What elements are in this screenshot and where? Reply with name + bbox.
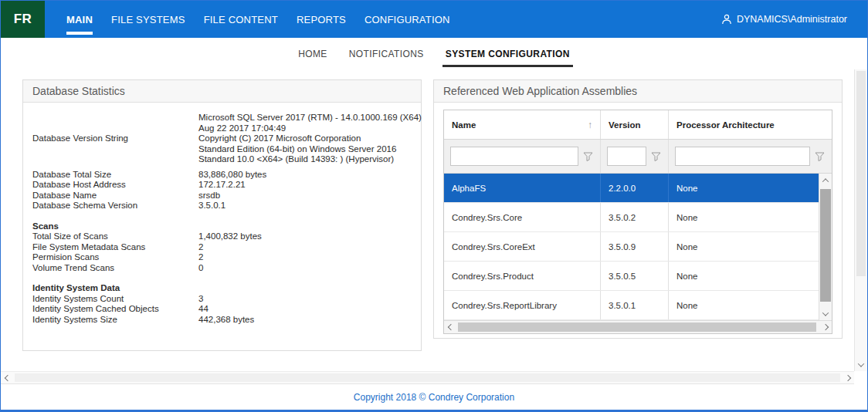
table-horizontal-scrollbar[interactable]: [444, 320, 832, 333]
cell-name: Condrey.Srs.Core: [444, 203, 601, 231]
page-vertical-scrollbar[interactable]: [854, 69, 867, 371]
stat-label: Database Total Size: [32, 170, 198, 181]
arch-filter-input[interactable]: [675, 147, 810, 166]
column-header-version[interactable]: Version: [601, 110, 669, 139]
content-area: Database Statistics Database Version Str…: [1, 69, 867, 371]
column-header-version-label: Version: [609, 120, 641, 130]
top-nav-reports[interactable]: REPORTS: [297, 1, 346, 38]
stat-label: Database Version String: [32, 133, 198, 144]
stat-value: 3: [198, 294, 412, 305]
stat-label: Database Host Address: [32, 180, 198, 191]
stat-value-version-lines: Microsoft SQL Server 2017 (RTM) - 14.0.1…: [198, 113, 422, 165]
cell-arch: None: [669, 174, 819, 202]
top-nav-file-content[interactable]: FILE CONTENT: [204, 1, 278, 38]
panel-title-assemblies: Referenced Web Application Assemblies: [434, 80, 842, 103]
stat-row: Database Total Size 83,886,080 bytes: [32, 170, 412, 181]
stat-label: Identity System Cached Objects: [32, 304, 198, 315]
table-row-reportlibrary[interactable]: Condrey.Srs.ReportLibrary 3.5.0.1 None: [444, 291, 819, 320]
stat-row: Total Size of Scans 1,400,832 bytes: [32, 231, 412, 242]
top-bar: FR MAIN FILE SYSTEMS FILE CONTENT REPORT…: [1, 1, 867, 38]
tab-home[interactable]: HOME: [297, 38, 329, 69]
stat-row: File System Metadata Scans 2: [32, 242, 412, 253]
page-horizontal-scrollbar[interactable]: [1, 371, 854, 384]
tab-system-configuration[interactable]: SYSTEM CONFIGURATION: [444, 38, 571, 69]
stat-row: Database Name srsdb: [32, 191, 412, 201]
sub-nav: HOME NOTIFICATIONS SYSTEM CONFIGURATION: [1, 38, 867, 69]
stat-row: Database Host Address 172.17.2.21: [32, 180, 412, 191]
user-name: DYNAMICS\Administrator: [737, 14, 847, 25]
stat-label: Permision Scans: [32, 252, 198, 263]
column-header-arch[interactable]: Processor Architecture: [669, 110, 832, 139]
table-body: AlphaFS 2.2.0.0 None Condrey.Srs.Core 3.…: [444, 174, 832, 320]
top-nav-configuration[interactable]: CONFIGURATION: [364, 1, 450, 38]
user-menu[interactable]: DYNAMICS\Administrator: [721, 1, 867, 38]
sort-asc-icon: ↑: [588, 120, 592, 130]
table-filter-row: [444, 140, 832, 174]
section-heading-identity: Identity System Data: [32, 283, 412, 294]
page-horizontal-scroll-thumb[interactable]: [15, 373, 840, 382]
stat-value: 83,886,080 bytes: [198, 170, 412, 181]
table-row-alphafs[interactable]: AlphaFS 2.2.0.0 None: [444, 174, 819, 203]
cell-arch: None: [669, 262, 819, 290]
cell-version: 3.5.0.9: [601, 232, 669, 261]
table-row-core[interactable]: Condrey.Srs.Core 3.5.0.2 None: [444, 203, 819, 232]
cell-version: 3.5.0.5: [601, 262, 669, 290]
filter-icon[interactable]: [815, 152, 826, 161]
page-scroll-right-icon[interactable]: [841, 372, 854, 383]
copyright-text: Copyright 2018 © Condrey Corporation: [354, 392, 514, 403]
stat-label: Volume Trend Scans: [32, 263, 198, 274]
tab-notifications[interactable]: NOTIFICATIONS: [348, 38, 426, 69]
stat-value: 44: [198, 304, 412, 315]
stat-value: 0: [198, 263, 412, 274]
horizontal-scroll-thumb[interactable]: [458, 323, 816, 332]
cell-name: Condrey.Srs.Product: [444, 262, 601, 290]
stat-value: 2: [198, 252, 412, 263]
page-scroll-left-icon[interactable]: [1, 372, 14, 383]
stat-label: Total Size of Scans: [32, 231, 198, 242]
version-line: Copyright (C) 2017 Microsoft Corporation: [198, 133, 422, 144]
top-nav-main[interactable]: MAIN: [66, 1, 93, 38]
stat-label: Identity Systems Count: [32, 294, 198, 305]
scroll-down-icon[interactable]: [819, 307, 832, 320]
filter-icon[interactable]: [583, 152, 594, 161]
stat-row: Identity System Cached Objects 44: [32, 304, 412, 315]
stat-value: srsdb: [198, 191, 412, 201]
scroll-up-icon[interactable]: [819, 174, 832, 187]
table-row-coreext[interactable]: Condrey.Srs.CoreExt 3.5.0.9 None: [444, 232, 819, 262]
stat-value: 1,400,832 bytes: [198, 231, 412, 242]
scroll-right-icon[interactable]: [819, 321, 832, 333]
stat-row: Volume Trend Scans 0: [32, 263, 412, 274]
table-vertical-scrollbar[interactable]: [819, 174, 832, 320]
stat-value: 3.5.0.1: [198, 201, 412, 211]
stat-label: File System Metadata Scans: [32, 242, 198, 253]
name-filter-input[interactable]: [450, 147, 578, 166]
version-line: Microsoft SQL Server 2017 (RTM) - 14.0.1…: [198, 113, 422, 123]
stat-label: Identity Systems Size: [32, 315, 198, 326]
column-header-name[interactable]: Name ↑: [444, 110, 601, 139]
stat-row: Identity Systems Count 3: [32, 294, 412, 305]
vertical-scroll-thumb[interactable]: [820, 189, 831, 302]
filter-cell-name: [444, 140, 601, 173]
version-filter-input[interactable]: [607, 147, 646, 166]
cell-arch: None: [669, 232, 819, 261]
scroll-left-icon[interactable]: [444, 321, 457, 333]
database-statistics-body: Database Version String Microsoft SQL Se…: [23, 103, 421, 335]
user-icon: [721, 14, 732, 25]
table-row-product[interactable]: Condrey.Srs.Product 3.5.0.5 None: [444, 262, 819, 291]
stat-label: Database Schema Version: [32, 201, 198, 211]
stat-value: 2: [198, 242, 412, 253]
stat-row-version: Database Version String Microsoft SQL Se…: [32, 113, 412, 165]
filter-cell-arch: [669, 140, 832, 173]
cell-version: 3.5.0.2: [601, 203, 669, 231]
version-line: Standard 10.0 <X64> (Build 14393: ) (Hyp…: [198, 154, 422, 165]
page-scroll-down-icon[interactable]: [855, 358, 867, 371]
filter-icon[interactable]: [651, 152, 662, 161]
assemblies-panel: Referenced Web Application Assemblies Na…: [433, 79, 843, 339]
table-header-row: Name ↑ Version Processor Architecture: [444, 110, 832, 140]
page-vertical-scroll-thumb[interactable]: [856, 71, 866, 276]
top-nav-file-systems[interactable]: FILE SYSTEMS: [111, 1, 185, 38]
footer: Copyright 2018 © Condrey Corporation: [1, 384, 867, 410]
cell-name: AlphaFS: [444, 174, 601, 202]
column-header-arch-label: Processor Architecture: [676, 120, 775, 130]
cell-arch: None: [669, 291, 819, 319]
